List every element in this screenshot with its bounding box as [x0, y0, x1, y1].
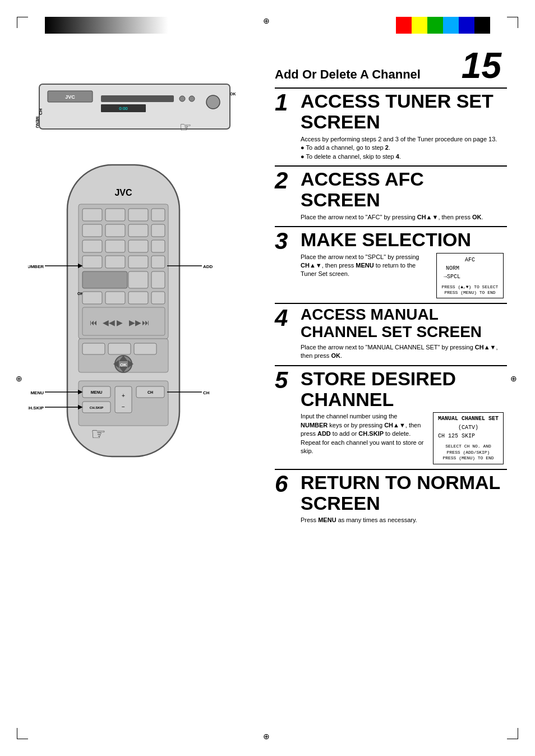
screen-spcl: →SPCL	[441, 273, 499, 281]
svg-rect-47	[82, 343, 105, 354]
svg-rect-17	[105, 209, 125, 221]
step-5-block: 5 STORE DESIRED CHANNEL Input the channe…	[275, 365, 507, 469]
svg-rect-3	[101, 95, 174, 102]
svg-rect-18	[128, 209, 148, 221]
left-illustration-area: JVC 0:00 ☞ CH MENU OK JVC	[28, 67, 264, 487]
step-3-body: Place the arrow next to "SPCL" by pressi…	[301, 253, 504, 299]
step-1-block: 1 ACCESS TUNER SET SCREEN Access by perf…	[275, 87, 507, 165]
step-5-content: STORE DESIRED CHANNEL Input the channel …	[297, 366, 507, 469]
svg-text:CH.SKIP: CH.SKIP	[90, 406, 103, 409]
corner-mark-br	[507, 728, 518, 739]
step-1-content: ACCESS TUNER SET SCREEN Access by perfor…	[297, 89, 507, 165]
svg-text:−: −	[122, 404, 125, 410]
svg-rect-22	[128, 224, 148, 237]
step-4-block: 4 ACCESS MANUAL CHANNEL SET SCREEN Place…	[275, 303, 507, 365]
screen-afc: AFC	[441, 256, 499, 264]
screen-note-3: PRESS (▲,▼) TO SELECTPRESS (MENU) TO END	[441, 284, 499, 296]
svg-text:ADD: ADD	[203, 264, 213, 269]
step-1-bullet-2: To delete a channel, skip to step 4.	[301, 153, 504, 161]
svg-rect-32	[82, 271, 127, 288]
right-content-area: Add Or Delete A Channel 1 ACCESS TUNER S…	[275, 67, 507, 529]
svg-text:CH: CH	[147, 390, 153, 394]
crosshair-left	[16, 374, 25, 382]
stripe-black	[474, 17, 490, 34]
step-1-bullets: To add a channel, go to step 2. To delet…	[301, 144, 504, 161]
svg-rect-25	[105, 240, 125, 252]
screen-ch-skip: CH 125 SKIP	[438, 432, 499, 440]
svg-text:▶▶: ▶▶	[129, 318, 141, 327]
svg-rect-36	[82, 292, 102, 304]
remote-illustration: JVC	[28, 159, 264, 487]
svg-text:☞: ☞	[179, 119, 192, 135]
svg-text:MENU: MENU	[30, 390, 44, 395]
step-4-body: Place the arrow next to "MANUAL CHANNEL …	[301, 343, 504, 361]
svg-text:MENU: MENU	[91, 390, 103, 394]
step-2-title: ACCESS AFC SCREEN	[301, 169, 504, 211]
step-6-content: RETURN TO NORMAL SCREEN Press MENU as ma…	[297, 470, 507, 529]
step-6-title: RETURN TO NORMAL SCREEN	[301, 472, 504, 514]
svg-text:CH.SKIP: CH.SKIP	[28, 405, 44, 411]
step-3-title: MAKE SELECTION	[301, 229, 504, 250]
step-6-block: 6 RETURN TO NORMAL SCREEN Press MENU as …	[275, 469, 507, 529]
svg-point-5	[189, 96, 195, 102]
svg-text:OK: OK	[120, 362, 127, 367]
step-6-body: Press MENU as many times as necessary.	[301, 516, 504, 524]
step-3-screen: AFC NORM →SPCL PRESS (▲,▼) TO SELECTPRES…	[436, 253, 504, 299]
step-2-block: 2 ACCESS AFC SCREEN Place the arrow next…	[275, 165, 507, 226]
screen-norm: NORM	[441, 265, 499, 273]
step-3-number: 3	[275, 227, 297, 303]
svg-rect-37	[105, 292, 125, 304]
svg-text:NUMBER: NUMBER	[28, 264, 44, 269]
stripe-red	[396, 17, 412, 34]
svg-text:⏮: ⏮	[90, 318, 98, 327]
svg-rect-30	[128, 256, 148, 268]
section-heading: Add Or Delete A Channel	[275, 67, 507, 82]
svg-text:OK: OK	[230, 92, 236, 96]
step-5-title: STORE DESIRED CHANNEL	[301, 368, 504, 411]
step-2-number: 2	[275, 167, 297, 226]
svg-text:⏭: ⏭	[142, 318, 150, 327]
svg-rect-21	[105, 224, 125, 237]
svg-rect-24	[82, 240, 102, 252]
step-6-number: 6	[275, 470, 297, 529]
step-1-title: ACCESS TUNER SET SCREEN	[301, 91, 504, 133]
color-stripes	[396, 17, 490, 34]
svg-rect-39	[151, 292, 165, 304]
svg-rect-29	[105, 256, 125, 268]
vcr-illustration: JVC 0:00 ☞ CH MENU OK	[28, 67, 264, 148]
screen-manual-title: MANUAL CHANNEL SET	[438, 415, 499, 423]
svg-rect-31	[151, 256, 165, 268]
svg-rect-34	[151, 271, 165, 288]
svg-rect-33	[128, 271, 148, 288]
corner-mark-bl	[17, 728, 28, 739]
step-5-screen: MANUAL CHANNEL SET (CATV) CH 125 SKIP SE…	[433, 412, 504, 464]
step-4-number: 4	[275, 304, 297, 365]
svg-text:MENU: MENU	[35, 117, 39, 128]
svg-rect-38	[128, 292, 148, 304]
step-5-body: Input the channel number using the NUMBE…	[301, 412, 504, 464]
svg-text:JVC: JVC	[65, 94, 75, 100]
step-3-text: Place the arrow next to "SPCL" by pressi…	[301, 253, 427, 279]
screen-catv: (CATV)	[438, 424, 499, 432]
step-2-content: ACCESS AFC SCREEN Place the arrow next t…	[297, 167, 507, 226]
svg-rect-16	[82, 209, 102, 221]
step-5-text: Input the channel number using the NUMBE…	[301, 412, 424, 455]
svg-point-8	[206, 95, 220, 109]
svg-rect-19	[151, 209, 165, 221]
step-2-body: Place the arrow next to "AFC" by pressin…	[301, 213, 504, 222]
stripe-blue	[459, 17, 474, 34]
svg-rect-28	[82, 256, 102, 268]
svg-text:▶: ▶	[117, 318, 123, 327]
svg-rect-26	[128, 240, 148, 252]
step-5-inner: Input the channel number using the NUMBE…	[301, 412, 504, 464]
stripe-yellow	[412, 17, 427, 34]
step-3-inner: Place the arrow next to "SPCL" by pressi…	[301, 253, 504, 299]
svg-text:0:00: 0:00	[119, 106, 128, 111]
svg-point-4	[179, 96, 185, 102]
crosshair-right	[510, 374, 519, 382]
svg-rect-20	[82, 224, 102, 237]
stripe-green	[427, 17, 443, 34]
svg-text:+: +	[122, 393, 125, 399]
svg-rect-27	[151, 240, 165, 252]
svg-text:◀◀: ◀◀	[103, 318, 115, 327]
